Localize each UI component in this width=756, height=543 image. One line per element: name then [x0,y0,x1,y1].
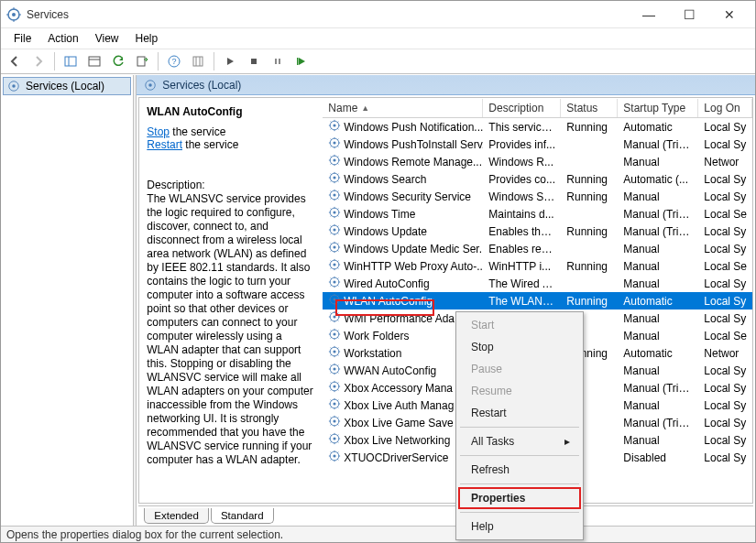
stop-service-link[interactable]: Stop [147,125,170,138]
ctx-all-tasks[interactable]: All Tasks▸ [458,430,581,452]
maximize-button[interactable]: ☐ [669,2,709,27]
titlebar: Services — ☐ ✕ [1,1,755,28]
table-row[interactable]: Windows Remote Manage...Windows R...Manu… [323,153,752,170]
table-row[interactable]: Windows SearchProvides co...RunningAutom… [323,170,752,188]
svg-point-45 [334,158,336,161]
help-button[interactable]: ? [164,51,184,71]
svg-line-172 [337,365,338,366]
svg-line-41 [337,146,338,147]
properties-button[interactable] [84,51,104,71]
menu-help[interactable]: Help [128,30,166,47]
cell-startup: Manual [618,243,698,255]
menu-file[interactable]: File [6,30,38,47]
ctx-help[interactable]: Help [458,516,581,538]
cell-logon: Local Se [698,208,752,221]
table-row[interactable]: Windows PushToInstall Serv...Provides in… [323,136,752,153]
ctx-pause: Pause [458,358,581,380]
table-row[interactable]: Windows Push Notification...This service… [323,118,752,136]
restart-service-link[interactable]: Restart [147,138,182,151]
minimize-button[interactable]: — [629,2,669,27]
start-service-button[interactable] [220,51,240,71]
tab-standard[interactable]: Standard [211,508,274,524]
service-name-text: Windows Search [344,173,426,186]
table-row[interactable]: Windows Update Medic Ser...Enables rem..… [323,240,752,257]
col-header-startup[interactable]: Startup Type [618,99,698,117]
svg-line-73 [331,198,332,199]
col-header-description[interactable]: Description [483,99,561,117]
svg-point-95 [334,245,336,248]
svg-line-181 [337,389,338,390]
show-hide-tree-button[interactable] [60,51,81,71]
svg-line-161 [337,354,338,355]
gear-icon [328,363,341,378]
col-header-name[interactable]: Name ▲ [323,99,483,117]
svg-line-122 [337,278,338,279]
restart-service-button[interactable] [291,51,312,71]
col-header-logon[interactable]: Log On [698,99,752,117]
svg-line-201 [337,424,338,425]
view-tabs: Extended Standard [138,505,753,524]
svg-point-185 [334,402,336,405]
cell-logon: Local Sy [698,295,752,308]
col-header-status[interactable]: Status [561,99,618,117]
table-row[interactable]: WLAN AutoConfigThe WLANS...RunningAutoma… [323,292,752,310]
svg-point-135 [334,315,336,318]
service-name-text: WLAN AutoConfig [344,295,433,308]
gear-icon [328,258,341,274]
menu-action[interactable]: Action [40,30,85,47]
svg-point-65 [334,193,336,196]
svg-line-222 [337,452,338,453]
table-row[interactable]: Windows TimeMaintains d...Manual (Trig..… [323,205,752,223]
pause-service-button[interactable] [268,51,288,71]
column-button[interactable] [188,51,208,71]
gear-icon [144,79,157,92]
ctx-all-tasks-label: All Tasks [471,435,514,448]
details-body: WLAN AutoConfig Stop the service Restart… [138,97,753,504]
svg-line-111 [337,267,338,268]
svg-line-112 [337,261,338,262]
tab-extended[interactable]: Extended [144,508,209,524]
toolbar-separator [54,52,55,71]
gear-icon [328,432,341,448]
cell-logon: Local Se [698,330,752,342]
ctx-stop[interactable]: Stop [458,336,581,358]
table-row[interactable]: Windows Security ServiceWindows Se...Run… [323,188,752,205]
cell-name: Windows Search [323,171,483,187]
stop-service-button[interactable] [244,51,264,71]
svg-line-131 [337,302,338,303]
cell-startup: Manual [618,260,698,273]
back-button[interactable] [5,51,25,71]
svg-point-115 [334,280,336,283]
tree-item-label: Services (Local) [26,80,104,92]
ctx-separator [460,455,579,456]
svg-line-202 [337,418,338,418]
cell-status: Running [561,190,618,203]
export-list-button[interactable] [132,51,152,71]
svg-rect-17 [275,59,277,64]
svg-point-23 [149,83,153,87]
ctx-restart[interactable]: Restart [458,402,581,424]
cell-logon: Local Sy [698,312,752,325]
svg-rect-10 [137,57,145,66]
cell-description: Provides co... [483,173,561,186]
table-row[interactable]: Wired AutoConfigThe Wired A...ManualLoca… [323,275,752,292]
ctx-refresh[interactable]: Refresh [458,459,581,481]
table-row[interactable]: WinHTTP Web Proxy Auto-...WinHTTP i...Ru… [323,257,752,275]
close-button[interactable]: ✕ [709,2,750,27]
cell-logon: Local Sy [698,364,752,377]
ctx-properties[interactable]: Properties [458,487,581,509]
refresh-button[interactable] [108,51,128,71]
svg-line-53 [331,163,332,164]
table-row[interactable]: Windows UpdateEnables the ...RunningManu… [323,223,752,240]
svg-line-182 [337,383,338,384]
console-tree-pane: Services (Local) [1,75,134,526]
cell-startup: Disabled [618,451,698,464]
cell-logon: Local Sy [698,417,752,429]
menu-view[interactable]: View [88,30,126,47]
description-text: The WLANSVC service provides the logic r… [147,192,314,467]
svg-line-113 [331,267,332,268]
forward-button[interactable] [28,51,49,71]
svg-point-175 [334,385,336,387]
svg-line-90 [331,226,332,227]
tree-item-services-local[interactable]: Services (Local) [3,77,131,95]
